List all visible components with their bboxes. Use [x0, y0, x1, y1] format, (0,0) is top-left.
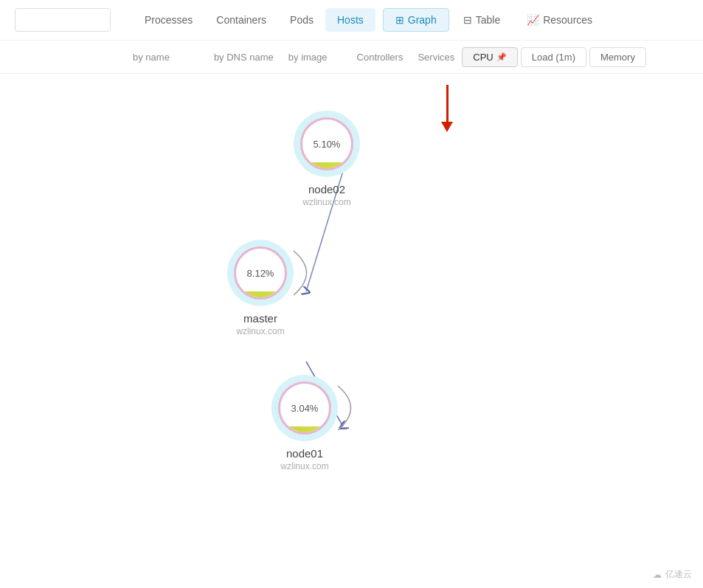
- node02-circle-outer: 5.10%: [294, 111, 360, 177]
- node01-circle-container: 3.04%: [271, 375, 338, 441]
- nav-item-hosts[interactable]: Hosts: [325, 8, 375, 32]
- master-domain: wzlinux.com: [236, 326, 284, 336]
- metric-tab-load[interactable]: Load (1m): [521, 47, 586, 67]
- arrow-head: [441, 122, 453, 132]
- sub-nav-pods-group: Controllers Services: [357, 52, 455, 63]
- master-fill: [236, 291, 285, 297]
- main-content: 5.10% node02 wzlinux.com 8.12% master wz…: [0, 74, 703, 588]
- node01-circle-outer: 3.04%: [271, 375, 338, 441]
- search-input[interactable]: [15, 8, 111, 32]
- master-wing-right: [290, 243, 323, 302]
- sub-nav-containers-group: by DNS name by image: [214, 52, 328, 63]
- nav-item-pods[interactable]: Pods: [278, 8, 325, 32]
- cpu-label: CPU: [473, 52, 493, 63]
- sub-nav-group: by name: [133, 52, 170, 63]
- master-circle-outer: 8.12%: [227, 240, 294, 306]
- master-circle-container: 8.12%: [227, 240, 294, 306]
- sub-nav-by-name[interactable]: by name: [133, 52, 170, 63]
- view-tabs: ⊞ Graph ⊟ Table 📈 Resources: [383, 8, 605, 32]
- table-icon: ⊟: [463, 14, 472, 26]
- cpu-arrow-annotation: [441, 85, 453, 132]
- pin-icon: 📌: [496, 52, 507, 62]
- node02-percent: 5.10%: [314, 139, 341, 150]
- node01-domain: wzlinux.com: [280, 461, 328, 471]
- node-node01[interactable]: 3.04% node01 wzlinux.com: [271, 375, 338, 471]
- tab-graph[interactable]: ⊞ Graph: [383, 8, 449, 32]
- sub-nav-controllers[interactable]: Controllers: [357, 52, 404, 63]
- node02-circle-inner: 5.10%: [300, 117, 353, 170]
- master-percent: 8.12%: [247, 268, 274, 279]
- sub-nav-by-image[interactable]: by image: [288, 52, 328, 63]
- sub-nav-by-dns[interactable]: by DNS name: [214, 52, 274, 63]
- master-name: master: [243, 312, 277, 325]
- node01-percent: 3.04%: [291, 403, 319, 414]
- node02-fill: [302, 162, 351, 168]
- sub-navigation: by name by DNS name by image Controllers…: [0, 41, 703, 74]
- metric-tab-memory[interactable]: Memory: [589, 47, 646, 67]
- sub-nav-services[interactable]: Services: [418, 52, 454, 63]
- node01-wing-right: [334, 378, 367, 437]
- node-node02[interactable]: 5.10% node02 wzlinux.com: [294, 111, 360, 207]
- node02-name: node02: [308, 183, 345, 196]
- tab-resources[interactable]: 📈 Resources: [514, 8, 605, 32]
- node01-fill: [280, 426, 329, 432]
- watermark-text: 亿速云: [665, 568, 692, 581]
- node01-name: node01: [286, 447, 323, 460]
- metric-tabs: CPU 📌 Load (1m) Memory: [462, 47, 646, 67]
- node01-circle-inner: 3.04%: [278, 381, 331, 435]
- node-master[interactable]: 8.12% master wzlinux.com: [227, 240, 294, 336]
- watermark: ☁ 亿速云: [653, 568, 692, 581]
- master-circle-inner: 8.12%: [234, 246, 287, 300]
- node02-domain: wzlinux.com: [302, 197, 350, 207]
- arrow-shaft: [446, 85, 449, 122]
- resources-icon: 📈: [527, 14, 539, 26]
- nav-item-processes[interactable]: Processes: [133, 8, 204, 32]
- graph-icon: ⊞: [395, 14, 404, 26]
- top-navigation: Processes Containers Pods Hosts ⊞ Graph …: [0, 0, 703, 41]
- metric-tab-cpu[interactable]: CPU 📌: [462, 47, 517, 67]
- watermark-icon: ☁: [653, 570, 662, 580]
- nav-item-containers[interactable]: Containers: [204, 8, 278, 32]
- tab-table[interactable]: ⊟ Table: [451, 8, 513, 32]
